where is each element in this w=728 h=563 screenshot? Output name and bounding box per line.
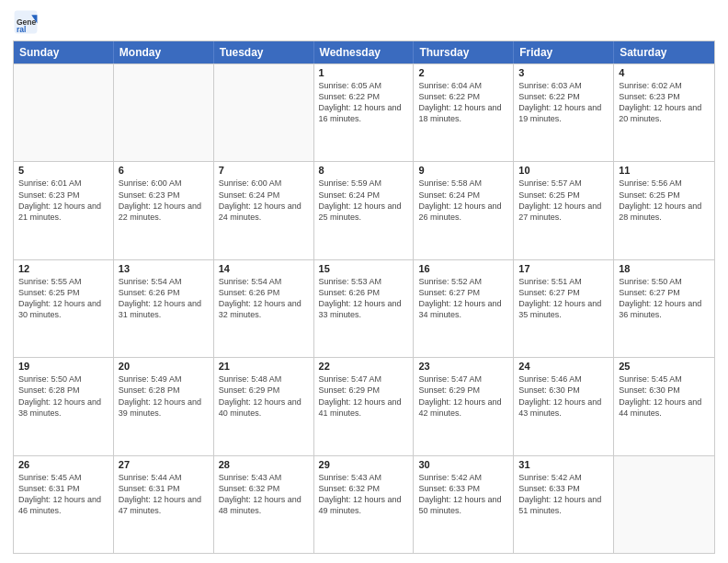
weekday-header-thursday: Thursday — [414, 41, 514, 63]
empty-cell-0-2 — [214, 64, 314, 161]
day-number: 30 — [418, 459, 508, 470]
empty-cell-4-6 — [614, 456, 714, 553]
day-cell-13: 13Sunrise: 5:54 AM Sunset: 6:26 PM Dayli… — [114, 260, 214, 357]
empty-cell-0-1 — [114, 64, 214, 161]
day-number: 29 — [319, 459, 409, 470]
day-info: Sunrise: 6:01 AM Sunset: 6:23 PM Dayligh… — [18, 178, 108, 223]
day-info: Sunrise: 5:45 AM Sunset: 6:31 PM Dayligh… — [18, 472, 108, 517]
day-cell-16: 16Sunrise: 5:52 AM Sunset: 6:27 PM Dayli… — [414, 260, 514, 357]
day-cell-8: 8Sunrise: 5:59 AM Sunset: 6:24 PM Daylig… — [314, 162, 415, 259]
day-info: Sunrise: 6:05 AM Sunset: 6:22 PM Dayligh… — [319, 80, 409, 125]
day-cell-9: 9Sunrise: 5:58 AM Sunset: 6:24 PM Daylig… — [414, 162, 514, 259]
day-info: Sunrise: 6:03 AM Sunset: 6:22 PM Dayligh… — [518, 80, 609, 125]
day-info: Sunrise: 5:54 AM Sunset: 6:26 PM Dayligh… — [119, 276, 209, 321]
day-cell-4: 4Sunrise: 6:02 AM Sunset: 6:23 PM Daylig… — [614, 64, 714, 161]
day-info: Sunrise: 5:46 AM Sunset: 6:30 PM Dayligh… — [518, 373, 609, 419]
day-cell-19: 19Sunrise: 5:50 AM Sunset: 6:28 PM Dayli… — [14, 358, 114, 454]
day-cell-20: 20Sunrise: 5:49 AM Sunset: 6:28 PM Dayli… — [114, 358, 214, 454]
weekday-header-wednesday: Wednesday — [314, 41, 415, 63]
day-cell-5: 5Sunrise: 6:01 AM Sunset: 6:23 PM Daylig… — [14, 162, 114, 259]
day-number: 31 — [518, 459, 609, 470]
calendar: SundayMondayTuesdayWednesdayThursdayFrid… — [13, 40, 715, 554]
calendar-row-0: 1Sunrise: 6:05 AM Sunset: 6:22 PM Daylig… — [14, 63, 714, 161]
day-cell-17: 17Sunrise: 5:51 AM Sunset: 6:27 PM Dayli… — [514, 260, 614, 357]
day-number: 19 — [18, 361, 108, 372]
day-cell-10: 10Sunrise: 5:57 AM Sunset: 6:25 PM Dayli… — [514, 162, 614, 259]
day-number: 26 — [18, 459, 108, 470]
day-number: 27 — [119, 459, 209, 470]
day-number: 24 — [518, 361, 609, 372]
svg-text:ral: ral — [17, 25, 26, 34]
day-info: Sunrise: 5:53 AM Sunset: 6:26 PM Dayligh… — [319, 276, 409, 321]
day-number: 6 — [119, 165, 209, 176]
day-info: Sunrise: 5:54 AM Sunset: 6:26 PM Dayligh… — [219, 276, 309, 321]
day-number: 9 — [418, 165, 508, 176]
day-info: Sunrise: 6:04 AM Sunset: 6:22 PM Dayligh… — [418, 80, 508, 125]
day-cell-7: 7Sunrise: 6:00 AM Sunset: 6:24 PM Daylig… — [214, 162, 314, 259]
day-number: 28 — [219, 459, 309, 470]
logo-icon: Gene ral — [13, 9, 39, 35]
calendar-row-1: 5Sunrise: 6:01 AM Sunset: 6:23 PM Daylig… — [14, 161, 714, 259]
day-info: Sunrise: 5:45 AM Sunset: 6:30 PM Dayligh… — [619, 373, 710, 419]
day-cell-12: 12Sunrise: 5:55 AM Sunset: 6:25 PM Dayli… — [14, 260, 114, 357]
day-cell-21: 21Sunrise: 5:48 AM Sunset: 6:29 PM Dayli… — [214, 358, 314, 454]
calendar-row-4: 26Sunrise: 5:45 AM Sunset: 6:31 PM Dayli… — [14, 455, 714, 553]
day-info: Sunrise: 5:58 AM Sunset: 6:24 PM Dayligh… — [418, 178, 508, 223]
day-number: 11 — [619, 165, 710, 176]
day-number: 21 — [219, 361, 309, 372]
day-cell-26: 26Sunrise: 5:45 AM Sunset: 6:31 PM Dayli… — [14, 456, 114, 553]
day-number: 25 — [619, 361, 710, 372]
day-info: Sunrise: 5:49 AM Sunset: 6:28 PM Dayligh… — [119, 373, 209, 419]
empty-cell-0-0 — [14, 64, 114, 161]
day-cell-1: 1Sunrise: 6:05 AM Sunset: 6:22 PM Daylig… — [314, 64, 415, 161]
day-cell-2: 2Sunrise: 6:04 AM Sunset: 6:22 PM Daylig… — [414, 64, 514, 161]
day-number: 2 — [418, 67, 508, 78]
day-info: Sunrise: 5:56 AM Sunset: 6:25 PM Dayligh… — [619, 178, 710, 223]
day-number: 23 — [418, 361, 508, 372]
day-info: Sunrise: 5:43 AM Sunset: 6:32 PM Dayligh… — [219, 472, 309, 517]
weekday-header-monday: Monday — [114, 41, 214, 63]
day-info: Sunrise: 5:42 AM Sunset: 6:33 PM Dayligh… — [518, 472, 609, 517]
day-cell-29: 29Sunrise: 5:43 AM Sunset: 6:32 PM Dayli… — [314, 456, 415, 553]
day-cell-18: 18Sunrise: 5:50 AM Sunset: 6:27 PM Dayli… — [614, 260, 714, 357]
day-number: 12 — [18, 263, 108, 274]
day-cell-31: 31Sunrise: 5:42 AM Sunset: 6:33 PM Dayli… — [514, 456, 614, 553]
day-cell-6: 6Sunrise: 6:00 AM Sunset: 6:23 PM Daylig… — [114, 162, 214, 259]
weekday-header-sunday: Sunday — [14, 41, 114, 63]
day-cell-25: 25Sunrise: 5:45 AM Sunset: 6:30 PM Dayli… — [614, 358, 714, 454]
day-info: Sunrise: 5:50 AM Sunset: 6:28 PM Dayligh… — [18, 373, 108, 419]
day-number: 18 — [619, 263, 710, 274]
day-number: 8 — [319, 165, 409, 176]
day-cell-23: 23Sunrise: 5:47 AM Sunset: 6:29 PM Dayli… — [414, 358, 514, 454]
weekday-header-tuesday: Tuesday — [214, 41, 314, 63]
day-info: Sunrise: 6:02 AM Sunset: 6:23 PM Dayligh… — [619, 80, 710, 125]
day-info: Sunrise: 5:50 AM Sunset: 6:27 PM Dayligh… — [619, 276, 710, 321]
day-info: Sunrise: 5:48 AM Sunset: 6:29 PM Dayligh… — [219, 373, 309, 419]
day-info: Sunrise: 6:00 AM Sunset: 6:23 PM Dayligh… — [119, 178, 209, 223]
day-cell-30: 30Sunrise: 5:42 AM Sunset: 6:33 PM Dayli… — [414, 456, 514, 553]
header: Gene ral — [13, 9, 715, 35]
day-info: Sunrise: 5:57 AM Sunset: 6:25 PM Dayligh… — [518, 178, 609, 223]
day-info: Sunrise: 5:47 AM Sunset: 6:29 PM Dayligh… — [319, 373, 409, 419]
day-cell-11: 11Sunrise: 5:56 AM Sunset: 6:25 PM Dayli… — [614, 162, 714, 259]
day-info: Sunrise: 5:51 AM Sunset: 6:27 PM Dayligh… — [518, 276, 609, 321]
day-cell-24: 24Sunrise: 5:46 AM Sunset: 6:30 PM Dayli… — [514, 358, 614, 454]
day-cell-14: 14Sunrise: 5:54 AM Sunset: 6:26 PM Dayli… — [214, 260, 314, 357]
calendar-row-3: 19Sunrise: 5:50 AM Sunset: 6:28 PM Dayli… — [14, 357, 714, 454]
day-info: Sunrise: 5:43 AM Sunset: 6:32 PM Dayligh… — [319, 472, 409, 517]
day-number: 7 — [219, 165, 309, 176]
calendar-header: SundayMondayTuesdayWednesdayThursdayFrid… — [14, 41, 714, 63]
day-info: Sunrise: 5:55 AM Sunset: 6:25 PM Dayligh… — [18, 276, 108, 321]
day-cell-22: 22Sunrise: 5:47 AM Sunset: 6:29 PM Dayli… — [314, 358, 415, 454]
day-number: 10 — [518, 165, 609, 176]
calendar-row-2: 12Sunrise: 5:55 AM Sunset: 6:25 PM Dayli… — [14, 259, 714, 357]
day-number: 3 — [518, 67, 609, 78]
day-number: 22 — [319, 361, 409, 372]
day-number: 17 — [518, 263, 609, 274]
day-number: 20 — [119, 361, 209, 372]
day-cell-27: 27Sunrise: 5:44 AM Sunset: 6:31 PM Dayli… — [114, 456, 214, 553]
page: Gene ral SundayMondayTuesdayWednesdayThu… — [0, 0, 728, 563]
day-number: 15 — [319, 263, 409, 274]
day-info: Sunrise: 5:44 AM Sunset: 6:31 PM Dayligh… — [119, 472, 209, 517]
weekday-header-friday: Friday — [514, 41, 614, 63]
